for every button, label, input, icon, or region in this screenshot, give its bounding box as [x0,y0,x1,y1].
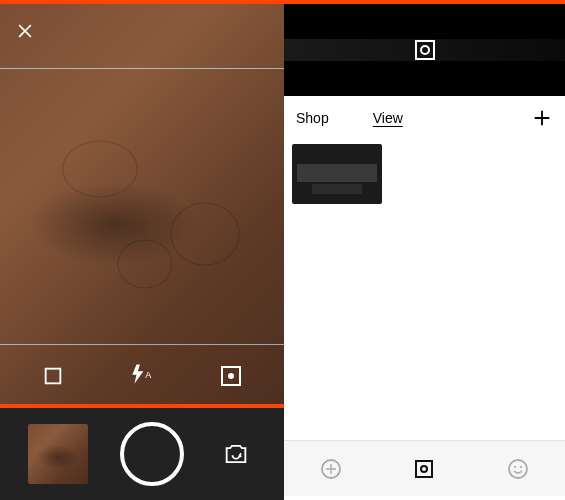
svg-point-6 [509,460,527,478]
switch-camera-button[interactable] [216,434,256,474]
focus-toggle[interactable] [211,356,251,396]
framing-guide-top [0,68,284,69]
plus-icon [531,107,553,129]
results-pane: Shop View [284,0,565,500]
nav-grid[interactable] [311,449,351,489]
bottom-nav [284,440,565,496]
center-focus-icon [219,364,243,388]
nav-emoji[interactable] [498,449,538,489]
camera-options-row: A [0,348,284,404]
camera-bottom-bar [0,404,284,500]
tab-view[interactable]: View [373,110,403,126]
mini-preview-button[interactable] [415,40,435,60]
svg-point-7 [514,465,516,467]
mini-preview-bar [284,4,565,96]
framing-guide-bottom [0,344,284,345]
close-icon [15,21,35,41]
results-gallery [284,140,565,440]
flash-toggle[interactable]: A [122,356,162,396]
add-button[interactable] [531,107,553,129]
aspect-toggle[interactable] [33,356,73,396]
svg-point-8 [520,465,522,467]
camera-pane: A [0,0,284,500]
crop-square-icon [42,365,64,387]
grid-icon [319,457,343,481]
switch-camera-icon [222,440,250,468]
svg-rect-4 [416,461,432,477]
shutter-button[interactable] [120,422,184,486]
smiley-icon [506,457,530,481]
flash-auto-icon: A [129,363,155,389]
result-thumbnail[interactable] [292,144,382,204]
tab-shop[interactable]: Shop [296,110,329,126]
tabs-row: Shop View [284,96,565,140]
close-button[interactable] [12,18,38,44]
svg-rect-0 [45,369,60,384]
flash-mode-letter: A [145,370,151,380]
svg-point-5 [421,466,427,472]
nav-lens[interactable] [404,449,444,489]
camera-viewfinder[interactable]: A [0,4,284,404]
gallery-thumbnail[interactable] [28,424,88,484]
lens-icon [412,457,436,481]
svg-point-2 [228,373,234,379]
